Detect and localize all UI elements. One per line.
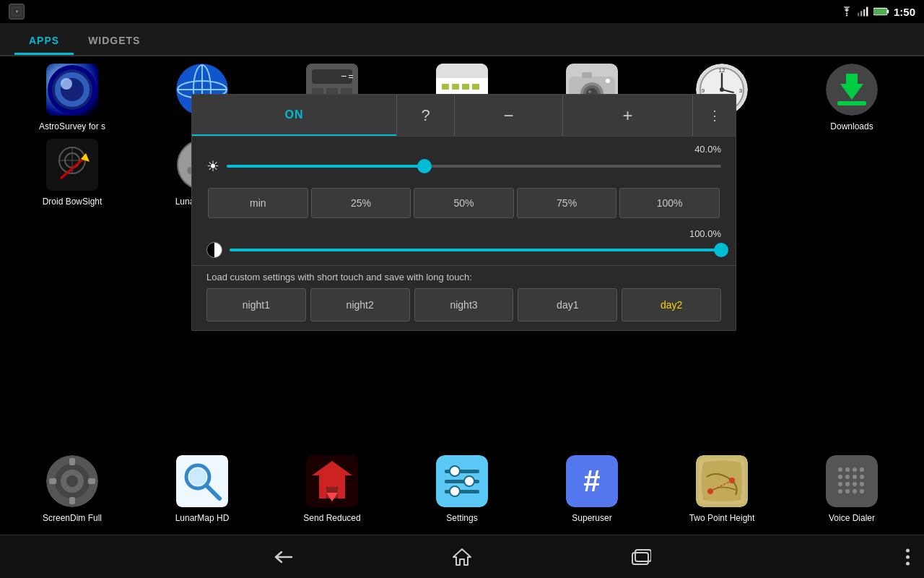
popup-top-row: ON ? − + ⋮ [192, 95, 736, 137]
app-downloads[interactable]: Downloads [787, 56, 917, 139]
superuser-icon: # [566, 455, 618, 507]
droidbowsight-icon [46, 139, 98, 191]
twopointheight-icon [696, 455, 748, 507]
contrast-slider-track[interactable] [230, 249, 721, 251]
app-twopointheight[interactable]: Two Point Height [657, 448, 787, 530]
svg-text:✦: ✦ [15, 9, 19, 14]
svg-text:3: 3 [739, 87, 743, 94]
preset-night2-button[interactable]: night2 [310, 288, 410, 322]
svg-rect-8 [887, 10, 889, 14]
preset-night3-button[interactable]: night3 [414, 288, 514, 322]
svg-text:9: 9 [702, 87, 705, 94]
brightness-slider-row: ☀ [206, 158, 721, 175]
app-astrosurvey[interactable]: AstroSurvey for s [7, 56, 137, 139]
popup-minus-button[interactable]: − [454, 95, 562, 136]
svg-point-106 [838, 467, 842, 472]
app-voicedialer[interactable]: Voice Dialer [787, 448, 917, 530]
settings-icon [436, 455, 488, 507]
voicedialer-icon [826, 455, 878, 507]
search-icon [176, 455, 228, 507]
droidbowsight-label: Droid BowSight [43, 197, 103, 207]
status-right: 1:50 [840, 6, 915, 18]
app-screendim[interactable]: ScreenDim Full [7, 448, 137, 530]
svg-rect-32 [452, 84, 459, 90]
svg-point-109 [860, 467, 864, 472]
superuser-label: Superuser [572, 513, 611, 523]
svg-rect-77 [69, 458, 75, 465]
svg-point-97 [450, 486, 460, 496]
svg-rect-5 [863, 9, 865, 17]
app-droidbowsight[interactable]: Droid BowSight [7, 131, 137, 214]
downloads-icon [826, 64, 878, 116]
app-settings[interactable]: Settings [397, 448, 527, 530]
svg-rect-47 [582, 72, 592, 78]
svg-point-95 [464, 476, 474, 486]
nav-back-button[interactable] [266, 540, 300, 574]
svg-rect-80 [88, 478, 95, 484]
svg-rect-31 [442, 84, 449, 90]
svg-point-115 [845, 482, 850, 486]
svg-rect-30 [436, 64, 488, 78]
wifi-icon [840, 7, 853, 17]
nav-home-button[interactable] [445, 540, 479, 574]
app-search[interactable]: LunarMap HD [137, 448, 267, 530]
settings-label: Settings [446, 513, 477, 523]
contrast-slider-thumb[interactable] [714, 243, 728, 257]
overflow-menu[interactable] [906, 548, 910, 565]
svg-text:=: = [348, 72, 353, 82]
popup-menu-button[interactable]: ⋮ [692, 95, 736, 136]
svg-point-108 [853, 467, 857, 472]
tab-widgets[interactable]: WIDGETS [74, 23, 154, 55]
svg-point-82 [66, 475, 78, 487]
svg-point-121 [860, 489, 864, 493]
battery-icon [873, 7, 889, 17]
preset-night1-button[interactable]: night1 [206, 288, 306, 322]
svg-rect-78 [69, 497, 75, 504]
search-label: LunarMap HD [175, 513, 230, 523]
svg-point-48 [606, 79, 610, 83]
svg-point-119 [845, 489, 850, 493]
popup-help-button[interactable]: ? [396, 95, 454, 136]
voicedialer-label: Voice Dialer [829, 513, 875, 523]
preset-day2-button[interactable]: day2 [622, 288, 721, 322]
screendim-icon [46, 455, 98, 507]
brightness-slider-fill [227, 165, 424, 168]
custom-presets-row: night1 night2 night3 day1 day2 [206, 288, 721, 322]
svg-point-112 [853, 475, 857, 479]
brightness-slider-track[interactable] [227, 165, 721, 168]
pct-100-button[interactable]: 100% [619, 188, 720, 218]
pct-75-button[interactable]: 75% [517, 188, 617, 218]
app-superuser[interactable]: # Superuser [527, 448, 657, 530]
pct-25-button[interactable]: 25% [311, 188, 411, 218]
brightness-slider-thumb[interactable] [417, 159, 432, 173]
svg-point-107 [845, 467, 850, 472]
svg-rect-3 [858, 13, 859, 17]
svg-rect-79 [49, 478, 56, 484]
svg-rect-6 [866, 7, 868, 17]
main-content: AstroSurvey for s B... [0, 56, 924, 530]
popup-brightness-section: 40.0% ☀ [192, 137, 736, 182]
popup-on-button[interactable]: ON [192, 95, 396, 136]
svg-rect-61 [837, 101, 866, 105]
svg-point-110 [838, 475, 842, 479]
svg-point-111 [845, 475, 850, 479]
popup-plus-button[interactable]: + [562, 95, 692, 136]
contrast-slider-row [206, 242, 721, 258]
android-logo: ✦ [9, 4, 25, 20]
tab-apps[interactable]: APPS [14, 23, 74, 55]
pct-50-button[interactable]: 50% [414, 188, 514, 218]
pct-min-button[interactable]: min [208, 188, 308, 218]
app-sendreduced[interactable]: Send Reduced [267, 448, 397, 530]
contrast-icon [206, 242, 222, 258]
svg-rect-33 [462, 84, 469, 90]
signal-icon [858, 7, 869, 17]
svg-text:−: − [341, 70, 346, 82]
nav-recents-button[interactable] [624, 540, 658, 574]
svg-point-118 [838, 489, 842, 493]
preset-day1-button[interactable]: day1 [518, 288, 617, 322]
svg-rect-105 [826, 455, 878, 507]
svg-rect-4 [860, 11, 862, 16]
contrast-slider-fill [230, 249, 721, 251]
svg-point-116 [853, 482, 857, 486]
status-left: ✦ [9, 4, 25, 20]
